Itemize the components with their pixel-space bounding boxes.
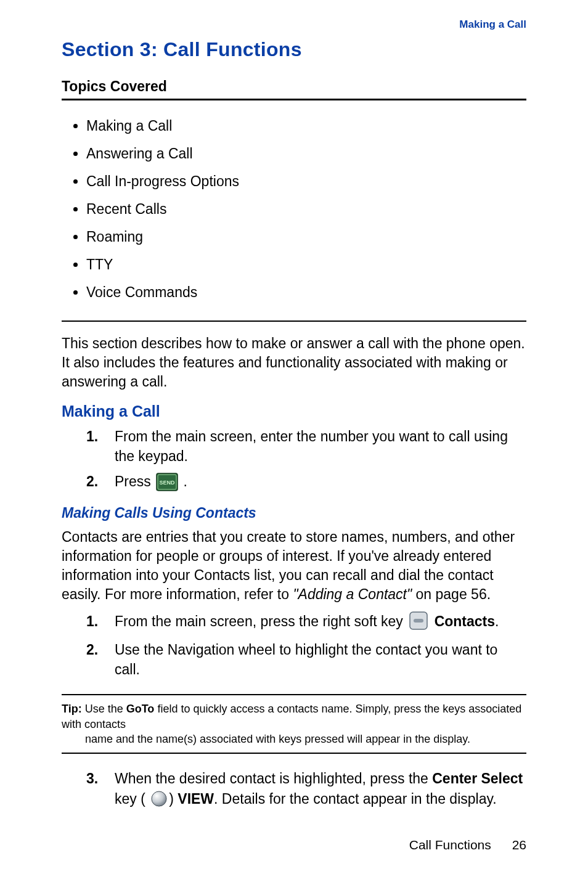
topic-item: Call In-progress Options	[86, 173, 526, 190]
contacts-steps-cont: 3. When the desired contact is highlight…	[86, 769, 526, 812]
key-name: Center Select	[432, 770, 523, 786]
step-item: 2. Use the Navigation wheel to highlight…	[86, 640, 526, 679]
svg-point-5	[152, 791, 166, 806]
svg-rect-4	[414, 619, 423, 623]
tip-label: Tip:	[62, 703, 82, 715]
topics-covered-heading: Topics Covered	[62, 78, 526, 95]
step-text: . Details for the contact appear in the …	[214, 791, 497, 807]
svg-text:SEND: SEND	[160, 480, 176, 486]
step-number: 1.	[86, 427, 98, 446]
topic-item: Voice Commands	[86, 284, 526, 301]
tip-text-part: Use the	[82, 703, 126, 715]
step-number: 1.	[86, 611, 98, 631]
intro-paragraph: This section describes how to make or an…	[62, 334, 526, 391]
send-key-icon: SEND	[156, 473, 178, 496]
right-soft-key-icon	[409, 611, 428, 635]
tip-text: Tip: Use the GoTo field to quickly acces…	[62, 701, 526, 746]
topics-list: Making a Call Answering a Call Call In-p…	[62, 118, 526, 301]
step-text: )	[169, 791, 178, 807]
reference-title: "Adding a Contact"	[293, 586, 412, 602]
making-a-call-heading: Making a Call	[62, 402, 526, 420]
divider	[62, 99, 526, 100]
making-calls-using-contacts-heading: Making Calls Using Contacts	[62, 505, 526, 521]
goto-field-name: GoTo	[126, 703, 155, 715]
step-text: From the main screen, press the right so…	[115, 613, 407, 629]
softkey-label: Contacts	[435, 613, 495, 629]
step-item: 1. From the main screen, enter the numbe…	[86, 427, 526, 466]
tip-block: Tip: Use the GoTo field to quickly acces…	[62, 694, 526, 754]
step-text: When the desired contact is highlighted,…	[115, 770, 432, 786]
step-text: .	[184, 473, 187, 489]
contacts-paragraph: Contacts are entries that you create to …	[62, 528, 526, 604]
topic-item: Recent Calls	[86, 201, 526, 218]
step-text: Press	[115, 473, 155, 489]
step-text: .	[495, 613, 499, 629]
topic-item: Roaming	[86, 229, 526, 245]
step-number: 3.	[86, 769, 98, 788]
step-item: 2. Press SEND .	[86, 472, 526, 496]
topic-item: Making a Call	[86, 118, 526, 134]
tip-text-part: name and the name(s) associated with key…	[62, 732, 526, 746]
topic-item: TTY	[86, 256, 526, 273]
step-item: 3. When the desired contact is highlight…	[86, 769, 526, 812]
contacts-steps: 1. From the main screen, press the right…	[86, 611, 526, 680]
page: Making a Call Section 3: Call Functions …	[0, 0, 588, 882]
footer-section-name: Call Functions	[409, 838, 491, 852]
paragraph-text: on page 56.	[412, 586, 491, 602]
center-select-key-icon	[150, 790, 168, 812]
softkey-label: VIEW	[178, 791, 214, 807]
topic-item: Answering a Call	[86, 145, 526, 162]
divider	[62, 321, 526, 322]
step-text: From the main screen, enter the number y…	[115, 428, 508, 464]
section-title: Section 3: Call Functions	[62, 38, 526, 61]
breadcrumb: Making a Call	[62, 18, 526, 31]
page-footer: Call Functions 26	[409, 838, 526, 852]
page-number: 26	[512, 838, 526, 852]
making-call-steps: 1. From the main screen, enter the numbe…	[86, 427, 526, 496]
step-item: 1. From the main screen, press the right…	[86, 611, 526, 635]
step-number: 2.	[86, 640, 98, 659]
step-text: Use the Navigation wheel to highlight th…	[115, 642, 497, 677]
step-number: 2.	[86, 472, 98, 491]
step-text: key (	[115, 791, 145, 807]
